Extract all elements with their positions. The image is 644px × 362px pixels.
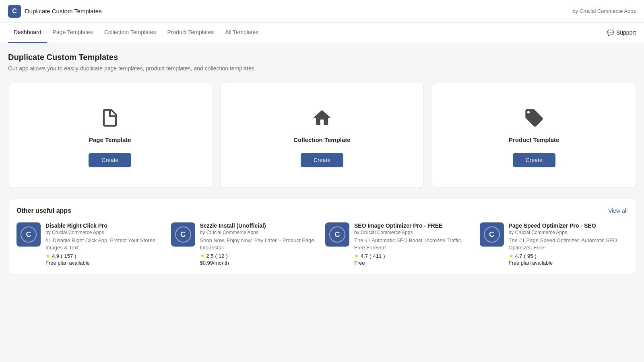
collection-template-icon — [312, 107, 332, 128]
star-icon-1: ★ — [200, 253, 205, 259]
star-icon-0: ★ — [45, 253, 50, 259]
apps-grid: C Disable Right Click Pro by Crucial Com… — [17, 222, 627, 266]
app-name-2: SEO Image Optimizer Pro - FREE — [354, 222, 473, 229]
product-template-icon — [524, 107, 545, 128]
app-card-sezzle: C Sezzle Install (Unofficial) by Crucial… — [171, 222, 319, 266]
app-rating-2: ★ 4.7 (411) — [354, 253, 473, 259]
app-price-0: Free plan available — [45, 260, 165, 266]
app-rating-0: ★ 4.9 (157) — [45, 253, 165, 259]
app-card-page-speed: C Page Speed Optimizer Pro - SEO by Cruc… — [480, 222, 628, 266]
app-name-1: Sezzle Install (Unofficial) — [200, 222, 319, 229]
other-apps-header: Other useful apps View all — [17, 207, 627, 214]
app-rating-3: ★ 4.7 (95) — [509, 253, 628, 259]
tab-dashboard[interactable]: Dashboard — [8, 23, 47, 43]
product-template-create-button[interactable]: Create — [513, 153, 555, 167]
top-bar: C Duplicate Custom Templates by Crucial … — [0, 0, 644, 23]
tab-collection-templates[interactable]: Collection Templates — [99, 23, 162, 43]
support-icon: 💬 — [607, 29, 614, 36]
star-icon-2: ★ — [354, 253, 359, 259]
app-card-seo-image: C SEO Image Optimizer Pro - FREE by Cruc… — [325, 222, 473, 266]
page-subtitle: Our app allows you to easily duplicate p… — [8, 65, 636, 72]
tab-product-templates[interactable]: Product Templates — [162, 23, 220, 43]
collection-template-title: Collection Template — [293, 136, 350, 143]
app-by-2: by Crucial Commerce Apps — [354, 230, 473, 235]
app-price-2: Free — [354, 260, 473, 266]
app-by-0: by Crucial Commerce Apps — [45, 230, 165, 235]
app-logo-disable-right-click: C — [17, 222, 41, 247]
app-desc-1: Shop Now. Enjoy Now. Pay Later. - Produc… — [200, 237, 319, 251]
app-name-3: Page Speed Optimizer Pro - SEO — [509, 222, 628, 229]
product-template-card: Product Template Create — [432, 83, 636, 187]
app-title: Duplicate Custom Templates — [25, 8, 102, 14]
app-logo-page-speed: C — [480, 222, 504, 247]
app-by-3: by Crucial Commerce Apps — [509, 230, 628, 235]
app-logo-icon: C — [8, 5, 21, 18]
app-logo-sezzle: C — [171, 222, 195, 247]
app-price-1: $0.99/month — [200, 260, 319, 266]
support-button[interactable]: 💬 Support — [607, 29, 636, 36]
app-logo-seo-image: C — [325, 222, 349, 247]
tab-page-templates[interactable]: Page Templates — [47, 23, 99, 43]
star-icon-3: ★ — [509, 253, 514, 259]
page-template-card: Page Template Create — [8, 83, 212, 187]
page-template-create-button[interactable]: Create — [89, 153, 131, 167]
top-bar-by-text: by Crucial Commerce Apps — [573, 8, 636, 14]
page-template-title: Page Template — [89, 136, 131, 143]
collection-template-card: Collection Template Create — [220, 83, 424, 187]
tab-all-templates[interactable]: All Templates — [219, 23, 264, 43]
template-cards-grid: Page Template Create Collection Template… — [8, 83, 636, 187]
collection-template-create-button[interactable]: Create — [301, 153, 343, 167]
main-content: Duplicate Custom Templates Our app allow… — [0, 43, 644, 284]
other-apps-title: Other useful apps — [17, 207, 71, 214]
nav-tabs-bar: Dashboard Page Templates Collection Temp… — [0, 23, 644, 43]
app-price-3: Free plan available — [509, 260, 628, 266]
app-logo-area: C Duplicate Custom Templates — [8, 5, 102, 18]
other-apps-section: Other useful apps View all C Disable Rig… — [8, 199, 636, 274]
product-template-title: Product Template — [509, 136, 559, 143]
app-desc-0: #1 Disable Right Click App. Protect Your… — [45, 237, 165, 251]
app-by-1: by Crucial Commerce Apps — [200, 230, 319, 235]
app-card-disable-right-click: C Disable Right Click Pro by Crucial Com… — [17, 222, 165, 266]
app-desc-3: The #1 Page Speed Optimizer. Automatic S… — [509, 237, 628, 251]
view-all-link[interactable]: View all — [608, 208, 627, 214]
page-title: Duplicate Custom Templates — [8, 53, 636, 62]
page-template-icon — [99, 107, 120, 128]
app-name-0: Disable Right Click Pro — [45, 222, 165, 229]
app-desc-2: The #1 Automatic SEO Boost. Increase Tra… — [354, 237, 473, 251]
app-rating-1: ★ 2.5 (12) — [200, 253, 319, 259]
